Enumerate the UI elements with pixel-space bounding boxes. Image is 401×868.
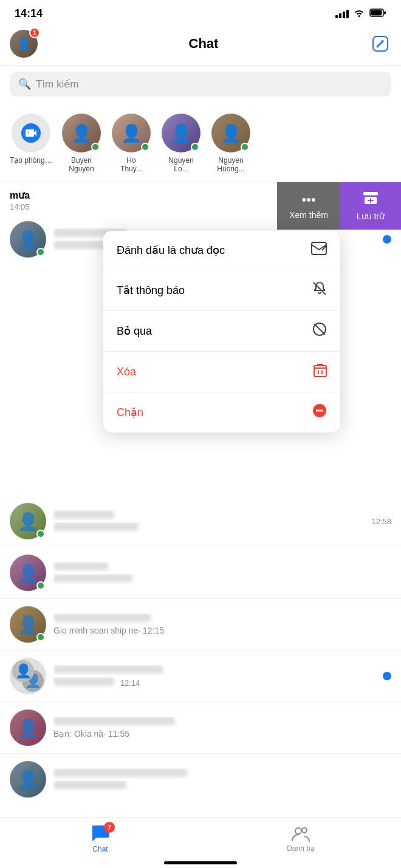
story-item-2[interactable]: 👤 HoThuy...: [111, 114, 152, 173]
chat-avatar-phuong: 👤: [10, 606, 46, 643]
chat-avatar-group: 👤 👤: [10, 658, 46, 694]
chat-preview-phuong: Gio minh soan ship ne· 12:15: [53, 626, 384, 635]
blurred-name: [53, 717, 175, 725]
archive-label: Lưu trữ: [357, 211, 385, 221]
context-delete[interactable]: Xóa: [103, 352, 340, 392]
story-label-3: NguyenLo...: [168, 156, 193, 173]
chat-name-6: [53, 717, 384, 728]
chat-preview-6: Bạn: Okia nà· 11:55: [53, 729, 384, 739]
svg-point-21: [295, 828, 301, 834]
online-indicator-3: [191, 143, 199, 151]
blurred-name: [53, 613, 151, 622]
chat-item-phuong[interactable]: 👤 Gio minh soan ship ne· 12:15: [0, 598, 401, 650]
chat-name-7: [53, 768, 384, 779]
create-room-plus-icon: [21, 123, 41, 143]
search-input-wrap[interactable]: 🔍 Tìm kiếm: [10, 72, 391, 97]
chat-info-7: [53, 768, 384, 791]
see-more-button[interactable]: ••• Xem thêm: [277, 182, 340, 230]
story-avatar-3: 👤: [162, 114, 200, 152]
battery-icon: [369, 9, 386, 19]
story-label-4: NguyenHuong...: [217, 156, 244, 173]
chat-info-group: 12:14: [53, 665, 375, 688]
story-item-3[interactable]: 👤 NguyenLo...: [160, 114, 202, 173]
mute-label: Tắt thông báo: [117, 284, 185, 297]
archive-button[interactable]: Lưu trữ: [340, 182, 401, 230]
stories-row: Tạo phòng họp mặt 👤 BuyenNguyen 👤 HoThuy…: [0, 105, 401, 182]
user-avatar[interactable]: 👤 1: [10, 30, 38, 58]
create-room-item[interactable]: Tạo phòng họp mặt: [10, 114, 52, 173]
status-bar: 14:14: [0, 0, 401, 25]
svg-point-22: [302, 828, 307, 833]
chat-avatar-thu: 👤: [10, 555, 46, 591]
blurred-preview: [53, 781, 126, 789]
svg-rect-14: [314, 366, 326, 377]
block-label: Chặn: [117, 406, 143, 419]
chat-item-7[interactable]: 👤: [0, 753, 401, 805]
context-block[interactable]: Chặn: [103, 392, 340, 432]
chat-name-group: [53, 665, 375, 676]
ignore-icon: [312, 322, 327, 340]
chat-preview-thu: [53, 574, 384, 584]
chat-avatar-7: 👤: [10, 761, 46, 798]
wifi-icon: [354, 9, 365, 19]
blurred-name: [53, 510, 114, 519]
chat-avatar-6: 👤: [10, 709, 46, 746]
blurred-name: [53, 768, 187, 777]
chat-info-thu: [53, 562, 384, 584]
story-item-4[interactable]: 👤 NguyenHuong...: [210, 114, 252, 173]
chat-time-ph: 12:58: [371, 517, 391, 526]
chat-avatar-ha: 👤: [10, 221, 46, 258]
unread-indicator-ha: [383, 235, 391, 244]
archive-icon: [362, 191, 379, 209]
context-mark-unread[interactable]: Đánh dấu là chưa đọc: [103, 231, 340, 270]
contacts-nav-label: Danh bạ: [287, 844, 315, 853]
contacts-nav-icon-wrap: [291, 825, 310, 842]
nav-chat[interactable]: 7 Chat: [0, 824, 200, 853]
bottom-nav: 7 Chat Danh bạ: [0, 818, 401, 868]
chat-nav-label: Chat: [92, 845, 108, 853]
blurred-preview: [53, 522, 139, 531]
online-dot-phuong: [36, 633, 45, 641]
chat-item-ph[interactable]: 👤 12:58: [0, 496, 401, 547]
nav-contacts[interactable]: Danh bạ: [200, 825, 401, 853]
mute-icon: [312, 281, 327, 299]
chat-name-ph: [53, 510, 364, 521]
svg-rect-2: [384, 11, 386, 14]
online-dot-thu: [36, 581, 45, 590]
chat-name-phuong: [53, 613, 384, 624]
chat-preview-ph: [53, 522, 364, 533]
story-item-1[interactable]: 👤 BuyenNguyen: [61, 114, 102, 173]
compose-button[interactable]: [369, 33, 391, 55]
chat-meta-group: [383, 672, 391, 680]
create-room-label: Tạo phòng họp mặt: [10, 156, 52, 165]
trash-icon: [314, 363, 327, 381]
chat-nav-badge: 7: [104, 822, 115, 833]
story-label-2: HoThuy...: [120, 156, 142, 173]
blurred-preview: [53, 574, 132, 583]
unread-indicator-group: [383, 672, 391, 680]
search-bar: 🔍 Tìm kiếm: [0, 66, 401, 105]
context-menu: Đánh dấu là chưa đọc Tắt thông báo: [103, 231, 340, 432]
status-time: 14:14: [15, 7, 43, 20]
mail-unread-icon: [311, 242, 327, 259]
context-mute[interactable]: Tắt thông báo: [103, 270, 340, 311]
chat-preview-7: [53, 781, 384, 791]
chat-info-6: Bạn: Okia nà· 11:55: [53, 717, 384, 739]
online-dot-ph: [36, 530, 45, 538]
context-ignore[interactable]: Bỏ qua: [103, 311, 340, 352]
blurred-name: [53, 665, 163, 674]
online-indicator-4: [241, 143, 249, 151]
online-indicator-2: [141, 143, 149, 151]
delete-label: Xóa: [117, 366, 136, 378]
signal-icon: [335, 10, 349, 18]
svg-rect-5: [363, 192, 378, 196]
block-icon: [312, 403, 327, 422]
dots-icon: •••: [302, 192, 316, 208]
chat-item-6[interactable]: 👤 Bạn: Okia nà· 11:55: [0, 702, 401, 753]
chat-item-thu[interactable]: 👤: [0, 547, 401, 598]
page-title: Chat: [189, 36, 219, 52]
chat-meta-ph: 12:58: [371, 517, 391, 526]
chat-item-group[interactable]: 👤 👤 12:14: [0, 650, 401, 702]
chat-avatar-ph: 👤: [10, 503, 46, 539]
status-icons: [335, 9, 386, 19]
